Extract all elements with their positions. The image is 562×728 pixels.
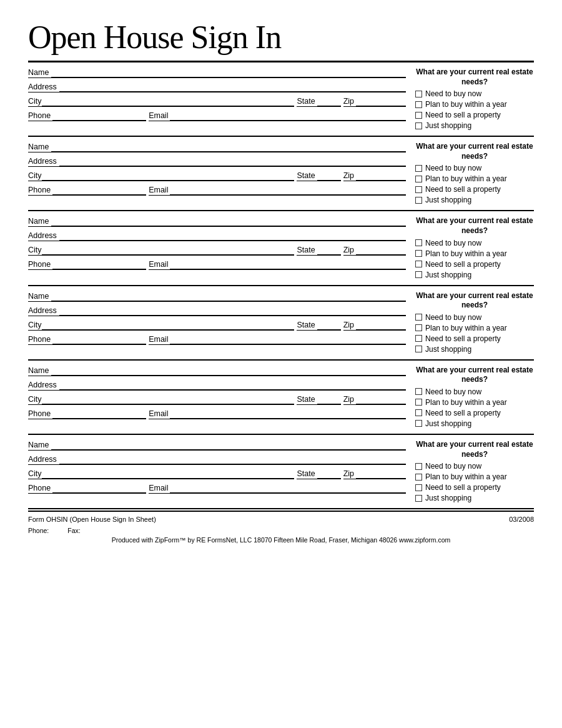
- checkbox-1-2[interactable]: [415, 112, 422, 119]
- state-input-3[interactable]: [317, 245, 341, 255]
- city-input-3[interactable]: [42, 245, 295, 255]
- address-input-3[interactable]: [59, 231, 406, 241]
- checkbox-5-1[interactable]: [415, 399, 422, 406]
- state-label-4: State: [297, 321, 315, 329]
- name-input-2[interactable]: [51, 142, 406, 152]
- checkbox-1-1[interactable]: [415, 101, 422, 108]
- checkbox-2-0[interactable]: [415, 165, 422, 172]
- phone-part-6: Phone: [28, 483, 146, 494]
- email-input-5[interactable]: [170, 409, 406, 419]
- checkbox-label-1-3: Just shopping: [425, 121, 471, 130]
- city-input-2[interactable]: [42, 171, 295, 181]
- footer-fax-label: Fax:: [67, 527, 80, 534]
- zip-part-1: Zip: [343, 96, 406, 107]
- state-input-4[interactable]: [317, 320, 341, 330]
- zip-input-5[interactable]: [356, 394, 406, 404]
- email-label-4: Email: [149, 335, 168, 344]
- city-part-4: City: [28, 320, 294, 331]
- state-input-5[interactable]: [317, 394, 341, 404]
- email-input-4[interactable]: [170, 334, 406, 344]
- checkbox-6-3[interactable]: [415, 495, 422, 502]
- phone-label-5: Phone: [28, 409, 51, 418]
- phone-input-5[interactable]: [52, 409, 146, 419]
- zip-input-3[interactable]: [356, 245, 406, 255]
- checkbox-5-2[interactable]: [415, 409, 422, 416]
- checkbox-row-5-0: Need to buy now: [415, 387, 534, 396]
- phone-input-3[interactable]: [52, 259, 146, 269]
- checkbox-4-1[interactable]: [415, 324, 422, 331]
- checkbox-label-3-1: Plan to buy within a year: [425, 249, 507, 258]
- footer-phone-label: Phone:: [28, 527, 49, 534]
- checkbox-4-3[interactable]: [415, 346, 422, 352]
- checkbox-2-3[interactable]: [415, 197, 422, 204]
- city-input-1[interactable]: [42, 96, 295, 106]
- checkbox-6-0[interactable]: [415, 463, 422, 470]
- name-input-5[interactable]: [51, 366, 406, 376]
- address-input-5[interactable]: [59, 380, 406, 390]
- state-label-1: State: [297, 97, 315, 106]
- zip-input-2[interactable]: [356, 171, 406, 181]
- email-input-1[interactable]: [170, 111, 406, 121]
- city-input-6[interactable]: [42, 469, 295, 479]
- entry-left-2: Name Address City State Zip: [28, 142, 406, 206]
- entry-section-3: Name Address City State Zip: [28, 211, 534, 284]
- entry-right-3: What are your current real estate needs?…: [412, 216, 534, 281]
- name-input-4[interactable]: [51, 291, 406, 301]
- name-input-6[interactable]: [51, 440, 406, 450]
- checkbox-2-2[interactable]: [415, 186, 422, 193]
- section-divider-6: [28, 508, 534, 509]
- address-input-2[interactable]: [59, 156, 406, 166]
- zip-input-4[interactable]: [356, 320, 406, 330]
- address-input-4[interactable]: [59, 306, 406, 316]
- checkbox-row-4-1: Plan to buy within a year: [415, 324, 534, 332]
- email-input-6[interactable]: [170, 483, 406, 493]
- state-input-6[interactable]: [317, 469, 341, 479]
- zip-part-3: Zip: [343, 245, 406, 256]
- address-input-6[interactable]: [59, 454, 406, 464]
- email-input-3[interactable]: [170, 259, 406, 269]
- city-label-1: City: [28, 97, 42, 106]
- checkbox-label-1-2: Need to sell a property: [425, 111, 501, 119]
- email-part-2: Email: [149, 185, 406, 196]
- state-input-1[interactable]: [317, 96, 341, 106]
- phone-input-4[interactable]: [52, 334, 146, 344]
- checkbox-3-3[interactable]: [415, 271, 422, 278]
- checkbox-3-2[interactable]: [415, 261, 422, 267]
- zip-input-1[interactable]: [356, 96, 406, 106]
- city-input-5[interactable]: [42, 394, 295, 404]
- checkbox-4-0[interactable]: [415, 314, 422, 321]
- checkbox-label-4-2: Need to sell a property: [425, 334, 501, 343]
- state-input-2[interactable]: [317, 171, 341, 181]
- checkbox-5-3[interactable]: [415, 420, 422, 427]
- email-label-1: Email: [149, 111, 168, 120]
- checkbox-label-1-1: Plan to buy within a year: [425, 100, 507, 109]
- checkbox-1-0[interactable]: [415, 91, 422, 97]
- name-input-3[interactable]: [51, 216, 406, 226]
- address-input-1[interactable]: [59, 82, 406, 92]
- phone-email-row-6: Phone Email: [28, 483, 406, 494]
- name-label-2: Name: [28, 142, 49, 151]
- footer: Form OHSIN (Open House Sign In Sheet) 03…: [28, 516, 534, 523]
- name-row-4: Name: [28, 291, 406, 302]
- name-input-1[interactable]: [51, 67, 406, 77]
- checkbox-label-6-0: Need to buy now: [425, 462, 481, 471]
- checkbox-label-5-3: Just shopping: [425, 419, 471, 428]
- zip-input-6[interactable]: [356, 469, 406, 479]
- checkbox-3-0[interactable]: [415, 239, 422, 246]
- checkbox-2-1[interactable]: [415, 176, 422, 182]
- address-label-6: Address: [28, 455, 57, 464]
- email-input-2[interactable]: [170, 185, 406, 195]
- checkbox-6-1[interactable]: [415, 474, 422, 481]
- phone-input-1[interactable]: [52, 111, 146, 121]
- city-state-zip-row-4: City State Zip: [28, 320, 406, 331]
- address-row-4: Address: [28, 306, 406, 316]
- checkbox-5-0[interactable]: [415, 388, 422, 395]
- checkbox-3-1[interactable]: [415, 250, 422, 257]
- checkbox-1-3[interactable]: [415, 122, 422, 129]
- city-input-4[interactable]: [42, 320, 295, 330]
- phone-input-2[interactable]: [52, 185, 146, 195]
- checkbox-4-2[interactable]: [415, 335, 422, 342]
- checkbox-label-6-3: Just shopping: [425, 494, 471, 502]
- phone-input-6[interactable]: [52, 483, 146, 493]
- checkbox-6-2[interactable]: [415, 484, 422, 491]
